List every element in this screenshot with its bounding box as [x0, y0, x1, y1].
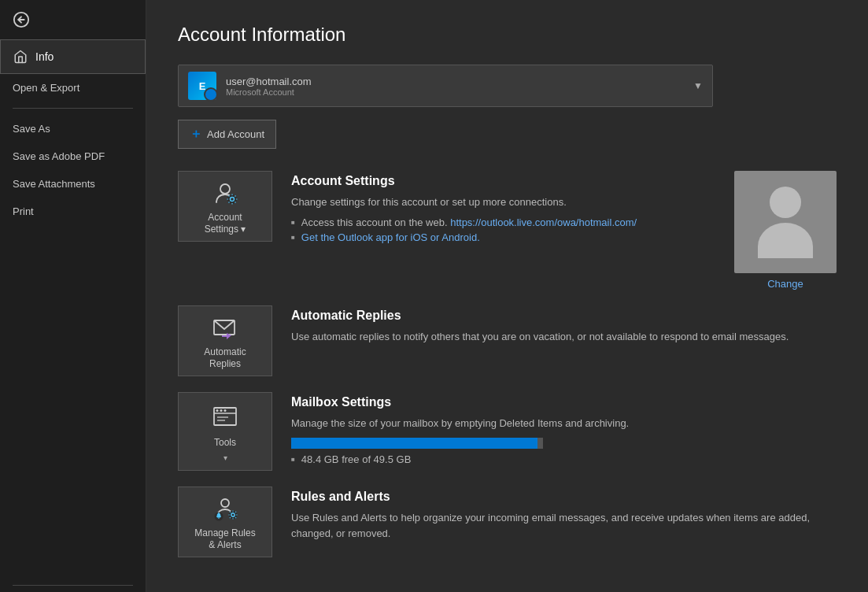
storage-text: 48.4 GB free of 49.5 GB — [301, 453, 411, 465]
svg-point-18 — [224, 409, 227, 412]
automatic-replies-icon-label: AutomaticReplies — [204, 346, 246, 369]
automatic-replies-description: Use automatic replies to notify others t… — [291, 329, 837, 345]
automatic-replies-card: AutomaticReplies Automatic Replies Use a… — [178, 305, 837, 376]
storage-bar-container — [291, 438, 543, 449]
account-settings-title: Account Settings — [291, 174, 715, 188]
profile-image — [734, 171, 837, 273]
svg-line-28 — [230, 512, 231, 512]
account-settings-description: Change settings for this account or set … — [291, 194, 715, 210]
sidebar-divider-1 — [13, 108, 133, 109]
svg-line-30 — [235, 512, 236, 512]
dropdown-chevron-icon: ▼ — [693, 80, 703, 91]
account-settings-content: Account Settings Change settings for thi… — [291, 171, 715, 246]
profile-image-area: Change — [734, 171, 837, 290]
account-settings-card: AccountSettings ▾ Account Settings Chang… — [178, 171, 837, 290]
svg-point-16 — [216, 409, 219, 412]
account-email: user@hotmail.com — [226, 76, 693, 87]
back-button[interactable] — [0, 0, 146, 39]
storage-info: 48.4 GB free of 49.5 GB — [291, 453, 837, 465]
account-settings-bullet-1: Access this account on the web. https://… — [291, 216, 715, 228]
home-icon — [13, 50, 28, 64]
tools-icon — [209, 401, 241, 432]
svg-line-11 — [235, 195, 236, 196]
svg-line-29 — [235, 517, 236, 518]
rules-alerts-title: Rules and Alerts — [291, 490, 837, 504]
account-settings-icon — [209, 178, 241, 207]
account-type: Microsoft Account — [226, 87, 693, 97]
sidebar-item-info[interactable]: Info — [0, 39, 146, 74]
account-info: user@hotmail.com Microsoft Account — [226, 76, 693, 97]
mailbox-settings-description: Manage the size of your mailbox by empty… — [291, 416, 837, 431]
automatic-replies-icon — [209, 313, 241, 342]
svg-line-10 — [235, 202, 236, 202]
mailbox-settings-card: Tools ▾ Mailbox Settings Manage the size… — [178, 392, 837, 471]
sidebar-item-save-attachments[interactable]: Save Attachments — [0, 170, 146, 198]
svg-point-17 — [220, 409, 223, 412]
change-photo-link[interactable]: Change — [767, 278, 803, 290]
account-settings-icon-label: AccountSettings ▾ — [205, 212, 246, 235]
storage-bar-fill — [291, 438, 537, 449]
account-settings-bullet-2: Get the Outlook app for iOS or Android. — [291, 231, 715, 243]
mailbox-settings-content: Mailbox Settings Manage the size of your… — [291, 392, 837, 468]
profile-placeholder — [758, 187, 813, 258]
outlook-web-link[interactable]: https://outlook.live.com/owa/hotmail.com… — [450, 216, 637, 228]
sidebar-item-print[interactable]: Print — [0, 198, 146, 225]
profile-body — [758, 223, 813, 258]
outlook-mobile-link[interactable]: Get the Outlook app for iOS or Android. — [301, 231, 480, 243]
page-title: Account Information — [178, 24, 837, 46]
profile-head — [770, 187, 801, 218]
automatic-replies-content: Automatic Replies Use automatic replies … — [291, 305, 837, 351]
automatic-replies-button[interactable]: AutomaticReplies — [178, 305, 272, 376]
rules-alerts-icon — [209, 494, 241, 523]
mailbox-settings-title: Mailbox Settings — [291, 395, 837, 409]
rules-alerts-content: Rules and Alerts Use Rules and Alerts to… — [291, 487, 837, 547]
add-account-label: Add Account — [207, 128, 264, 140]
tools-chevron-icon: ▾ — [223, 453, 227, 462]
tools-button[interactable]: Tools ▾ — [178, 392, 272, 471]
account-dropdown[interactable]: E user@hotmail.com Microsoft Account ▼ — [178, 65, 713, 107]
plus-icon: ＋ — [190, 126, 202, 142]
sidebar-divider-2 — [13, 585, 133, 586]
rules-alerts-icon-label: Manage Rules& Alerts — [194, 527, 255, 550]
rules-alerts-card: Manage Rules& Alerts Rules and Alerts Us… — [178, 487, 837, 557]
svg-point-2 — [220, 184, 230, 194]
automatic-replies-title: Automatic Replies — [291, 309, 837, 323]
rules-alerts-description: Use Rules and Alerts to help organize yo… — [291, 510, 837, 541]
sidebar-item-open-export[interactable]: Open & Export — [0, 74, 146, 102]
sidebar: Info Open & Export Save As Save as Adobe… — [0, 0, 146, 592]
svg-point-21 — [221, 499, 229, 507]
svg-line-12 — [229, 202, 230, 202]
exchange-icon: E — [188, 72, 216, 100]
svg-line-31 — [230, 517, 231, 518]
sidebar-item-save-adobe[interactable]: Save as Adobe PDF — [0, 142, 146, 170]
rules-alerts-button[interactable]: Manage Rules& Alerts — [178, 487, 272, 557]
account-settings-button[interactable]: AccountSettings ▾ — [178, 171, 272, 242]
sidebar-info-label: Info — [35, 50, 54, 63]
svg-line-9 — [229, 195, 230, 196]
main-content: Account Information E user@hotmail.com M… — [146, 0, 868, 592]
tools-icon-label: Tools — [214, 437, 236, 448]
sidebar-item-save-as[interactable]: Save As — [0, 115, 146, 142]
add-account-button[interactable]: ＋ Add Account — [178, 120, 276, 149]
